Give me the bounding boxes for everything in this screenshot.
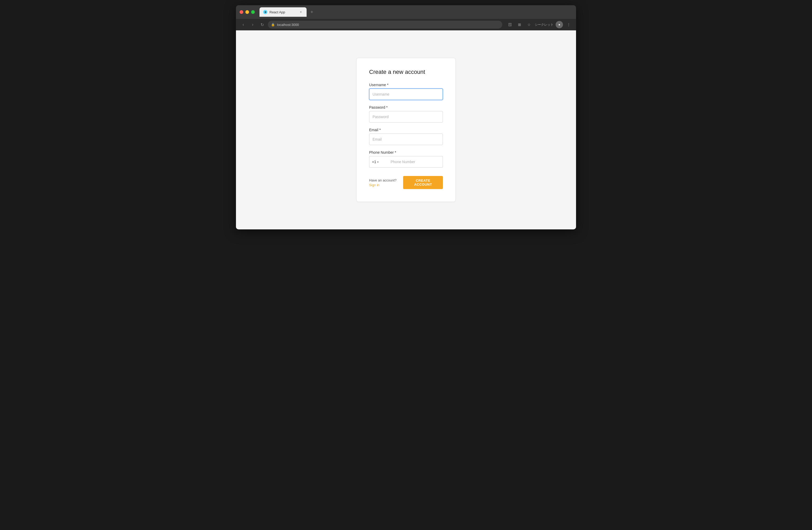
browser-window: ⚛ React App × + ‹ › ↻ 🔒 localhost:3000 ⚿… — [236, 5, 576, 229]
tab-close-button[interactable]: × — [299, 10, 303, 14]
bookmark-icon[interactable]: ☆ — [525, 21, 533, 28]
tab-area: ⚛ React App × + — [260, 7, 572, 17]
menu-button[interactable]: ⋮ — [565, 21, 572, 28]
profile-avatar[interactable]: ● — [556, 21, 563, 28]
country-code-value: +1 — [372, 160, 376, 164]
nav-actions: ⚿ ⊞ ☆ シークレット ● ⋮ — [506, 21, 572, 28]
phone-input-group: +1 ▾ — [369, 156, 443, 168]
username-group: Username * — [369, 83, 443, 100]
avatar-icon: ● — [558, 23, 560, 26]
traffic-lights — [240, 10, 255, 14]
minimize-window-button[interactable] — [245, 10, 249, 14]
sign-in-link[interactable]: Sign in — [369, 183, 380, 187]
tab-favicon-icon: ⚛ — [263, 10, 267, 14]
tab-title: React App — [270, 10, 296, 14]
phone-group: Phone Number * +1 ▾ — [369, 150, 443, 168]
address-text: localhost:3000 — [277, 23, 299, 27]
form-title: Create a new account — [369, 69, 443, 75]
create-account-button[interactable]: CREATE ACCOUNT — [403, 176, 443, 189]
chevron-down-icon: ▾ — [377, 161, 378, 163]
email-group: Email * — [369, 128, 443, 145]
maximize-window-button[interactable] — [251, 10, 255, 14]
username-input[interactable] — [369, 88, 443, 100]
form-footer: Have an account? Sign in CREATE ACCOUNT — [369, 176, 443, 189]
have-account-text: Have an account? Sign in — [369, 178, 403, 187]
phone-number-input[interactable] — [388, 156, 443, 168]
email-label: Email * — [369, 128, 443, 132]
email-input[interactable] — [369, 134, 443, 145]
password-input[interactable] — [369, 111, 443, 123]
nav-bar: ‹ › ↻ 🔒 localhost:3000 ⚿ ⊞ ☆ シークレット ● ⋮ — [236, 19, 576, 30]
forward-button[interactable]: › — [249, 21, 256, 28]
translate-icon[interactable]: ⊞ — [516, 21, 523, 28]
close-window-button[interactable] — [240, 10, 243, 14]
back-button[interactable]: ‹ — [240, 21, 247, 28]
new-tab-button[interactable]: + — [308, 9, 316, 16]
password-group: Password * — [369, 105, 443, 123]
page-content: Create a new account Username * Password… — [236, 30, 576, 229]
reload-button[interactable]: ↻ — [259, 21, 266, 28]
country-code-selector[interactable]: +1 ▾ — [369, 156, 388, 168]
signup-form-card: Create a new account Username * Password… — [356, 58, 456, 202]
title-bar: ⚛ React App × + — [236, 5, 576, 19]
browser-tab[interactable]: ⚛ React App × — [260, 7, 307, 17]
address-bar[interactable]: 🔒 localhost:3000 — [268, 21, 502, 29]
phone-label: Phone Number * — [369, 150, 443, 154]
incognito-label: シークレット — [535, 23, 553, 27]
username-label: Username * — [369, 83, 443, 87]
key-icon[interactable]: ⚿ — [506, 21, 514, 28]
password-label: Password * — [369, 105, 443, 110]
lock-icon: 🔒 — [271, 23, 275, 26]
